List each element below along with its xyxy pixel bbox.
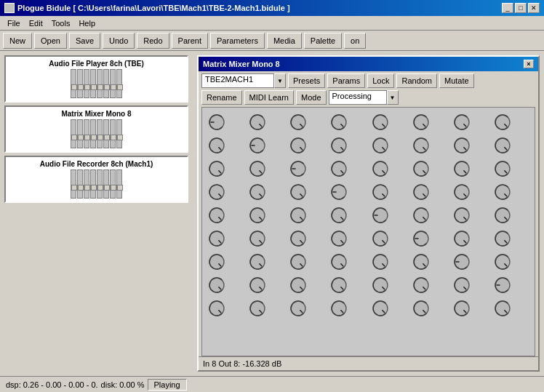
knob-r8-c1[interactable] [247, 298, 268, 319]
fader-5[interactable] [97, 69, 103, 98]
knob-r7-c4[interactable] [370, 275, 391, 295]
knob-r7-c7[interactable] [492, 275, 513, 295]
knob-r7-c2[interactable] [288, 275, 308, 295]
knob-r3-c6[interactable] [452, 182, 472, 202]
knob-r2-c1[interactable] [247, 159, 268, 179]
knob-r0-c2[interactable] [288, 112, 308, 132]
knob-r5-c4[interactable] [370, 228, 391, 249]
knob-r6-c1[interactable] [247, 252, 268, 272]
knob-r8-c3[interactable] [329, 298, 349, 319]
recorder-fader-1[interactable] [71, 169, 76, 199]
knob-r3-c7[interactable] [492, 182, 513, 202]
mode-select[interactable]: Processing [329, 90, 387, 105]
knob-r6-c0[interactable] [207, 252, 227, 272]
knob-r2-c6[interactable] [452, 159, 472, 179]
knob-r3-c5[interactable] [411, 182, 431, 202]
mutate-button[interactable]: Mutate [439, 73, 474, 88]
parameters-button[interactable]: Parameters [210, 33, 265, 49]
save-button[interactable]: Save [69, 33, 100, 49]
knob-r4-c3[interactable] [329, 205, 349, 225]
knob-r0-c3[interactable] [329, 112, 349, 132]
matrix-fader-8[interactable] [116, 119, 122, 148]
knob-r4-c2[interactable] [288, 205, 308, 225]
knob-r0-c0[interactable] [207, 112, 227, 132]
parent-button[interactable]: Parent [172, 33, 208, 49]
matrix-fader-7[interactable] [110, 119, 116, 148]
knob-r1-c5[interactable] [411, 135, 431, 156]
preset-select[interactable]: TBE2MACH1 [201, 73, 274, 88]
knob-r1-c3[interactable] [329, 135, 349, 156]
knob-r3-c0[interactable] [207, 182, 227, 202]
rename-button[interactable]: Rename [201, 90, 242, 105]
knob-r6-c3[interactable] [329, 252, 349, 272]
knob-r6-c7[interactable] [492, 252, 513, 272]
fader-4[interactable] [90, 69, 96, 98]
recorder-fader-6[interactable] [103, 169, 109, 199]
mode-label-button[interactable]: Mode [296, 90, 327, 105]
knob-r8-c0[interactable] [207, 298, 227, 319]
menu-tools[interactable]: Tools [47, 18, 75, 28]
knob-r2-c2[interactable] [288, 159, 308, 179]
knob-r5-c3[interactable] [329, 228, 349, 249]
recorder-fader-2[interactable] [77, 169, 83, 199]
knob-grid-container[interactable] [201, 107, 535, 356]
recorder-fader-4[interactable] [90, 169, 96, 199]
knob-r0-c7[interactable] [492, 112, 513, 132]
fader-2[interactable] [77, 69, 83, 98]
knob-r1-c7[interactable] [492, 135, 513, 156]
knob-r5-c2[interactable] [288, 228, 308, 249]
close-button[interactable]: ✕ [528, 3, 540, 13]
knob-r7-c0[interactable] [207, 275, 227, 295]
maximize-button[interactable]: □ [515, 3, 527, 13]
knob-r2-c5[interactable] [411, 159, 431, 179]
knob-r8-c4[interactable] [370, 298, 391, 319]
knob-r7-c6[interactable] [452, 275, 472, 295]
knob-r3-c1[interactable] [247, 182, 268, 202]
menu-file[interactable]: File [3, 18, 25, 28]
knob-r5-c1[interactable] [247, 228, 268, 249]
palette-button[interactable]: Palette [304, 33, 342, 49]
fader-3[interactable] [84, 69, 89, 98]
lock-button[interactable]: Lock [367, 73, 394, 88]
knob-r2-c3[interactable] [329, 159, 349, 179]
matrix-fader-5[interactable] [97, 119, 103, 148]
fader-7[interactable] [110, 69, 116, 98]
on-button[interactable]: on [344, 33, 366, 49]
random-button[interactable]: Random [396, 73, 437, 88]
redo-button[interactable]: Redo [137, 33, 169, 49]
knob-r1-c1[interactable] [247, 135, 268, 156]
knob-r2-c0[interactable] [207, 159, 227, 179]
undo-button[interactable]: Undo [103, 33, 135, 49]
knob-r3-c2[interactable] [288, 182, 308, 202]
knob-r5-c5[interactable] [411, 228, 431, 249]
knob-r0-c1[interactable] [247, 112, 268, 132]
new-button[interactable]: New [3, 33, 32, 49]
recorder-fader-7[interactable] [110, 169, 116, 199]
knob-r4-c6[interactable] [452, 205, 472, 225]
matrix-close-button[interactable]: × [524, 60, 534, 68]
recorder-fader-8[interactable] [116, 169, 122, 199]
matrix-fader-4[interactable] [90, 119, 96, 148]
knob-r7-c1[interactable] [247, 275, 268, 295]
fader-1[interactable] [71, 69, 76, 98]
presets-button[interactable]: Presets [288, 73, 325, 88]
knob-r7-c5[interactable] [411, 275, 431, 295]
knob-r6-c4[interactable] [370, 252, 391, 272]
knob-r4-c5[interactable] [411, 205, 431, 225]
knob-r1-c6[interactable] [452, 135, 472, 156]
media-button[interactable]: Media [267, 33, 302, 49]
fader-8[interactable] [116, 69, 122, 98]
minimize-button[interactable]: _ [502, 3, 513, 13]
matrix-fader-2[interactable] [77, 119, 83, 148]
mode-arrow[interactable]: ▼ [387, 90, 399, 105]
knob-r5-c0[interactable] [207, 228, 227, 249]
midi-learn-button[interactable]: MIDI Learn [244, 90, 294, 105]
knob-r8-c5[interactable] [411, 298, 431, 319]
knob-r2-c4[interactable] [370, 159, 391, 179]
knob-r1-c4[interactable] [370, 135, 391, 156]
knob-r4-c0[interactable] [207, 205, 227, 225]
knob-r0-c6[interactable] [452, 112, 472, 132]
recorder-fader-3[interactable] [84, 169, 89, 199]
knob-r4-c7[interactable] [492, 205, 513, 225]
knob-r7-c3[interactable] [329, 275, 349, 295]
